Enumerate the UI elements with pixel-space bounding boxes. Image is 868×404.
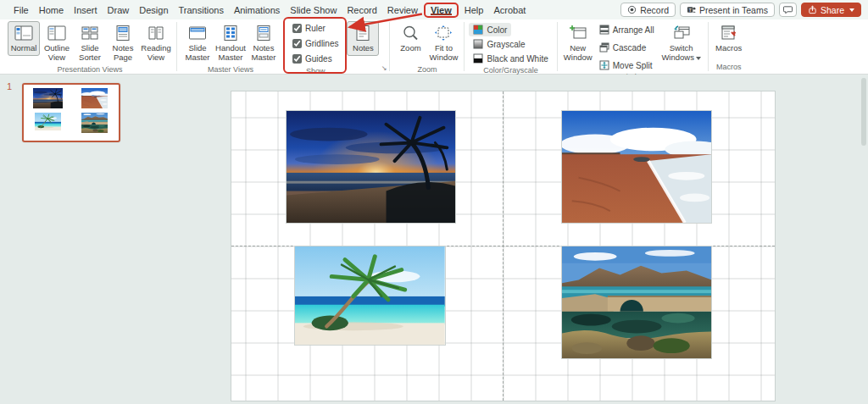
slide-master-button[interactable]: Slide Master	[181, 21, 214, 64]
ribbon-separator	[389, 22, 390, 71]
slide-master-icon	[188, 25, 207, 42]
menu-tab-insert[interactable]: Insert	[70, 3, 102, 17]
ribbon-group-color-grayscale: Color Grayscale Black and White Color/Gr…	[466, 19, 554, 74]
menu-tab-review[interactable]: Review	[383, 3, 422, 17]
guides-checkbox[interactable]	[292, 54, 302, 64]
normal-view-icon	[14, 25, 33, 42]
guides-checkbox-row[interactable]: Guides	[292, 54, 332, 64]
slide-1[interactable]	[231, 91, 776, 401]
arrange-all-label: Arrange All	[613, 25, 654, 35]
menu-tab-transitions[interactable]: Transitions	[175, 3, 228, 17]
switch-windows-button[interactable]: Switch Windows	[659, 21, 704, 64]
ribbon-group-presentation-views: Normal Outline View Slide Sorter Notes P…	[5, 19, 175, 74]
gridlines-checkbox-row[interactable]: Gridlines	[292, 39, 338, 48]
ribbon-group-zoom: Zoom Fit to Window Zoom	[392, 19, 462, 74]
thumb-photo-red-sand-beach	[81, 88, 108, 108]
share-button[interactable]: Share	[801, 3, 861, 17]
reading-view-button[interactable]: Reading View	[140, 21, 172, 64]
notes-label: Notes	[353, 44, 374, 53]
zoom-icon	[401, 25, 420, 42]
fit-to-window-button[interactable]: Fit to Window	[427, 21, 459, 64]
notes-page-button[interactable]: Notes Page	[107, 21, 139, 64]
notes-button[interactable]: Notes	[347, 21, 379, 56]
gridlines-checkbox-label: Gridlines	[305, 39, 338, 48]
macros-label: Macros	[715, 44, 742, 53]
slide-sorter-button[interactable]: Slide Sorter	[74, 21, 106, 64]
normal-view-button[interactable]: Normal	[8, 21, 40, 56]
color-label: Color	[487, 25, 507, 35]
thumb-photo-sunset-beach	[33, 88, 63, 108]
black-and-white-button[interactable]: Black and White	[469, 52, 552, 65]
ribbon-group-master-views: Slide Master Handout Master Notes Master…	[179, 19, 282, 74]
slide-1-thumbnail[interactable]	[22, 83, 120, 142]
thumbnail-content	[24, 85, 119, 141]
new-window-button[interactable]: New Window	[562, 21, 594, 64]
cascade-button[interactable]: Cascade	[595, 41, 650, 54]
record-button[interactable]: Record	[620, 3, 676, 17]
notes-icon	[353, 25, 372, 42]
menu-tab-acrobat[interactable]: Acrobat	[489, 3, 530, 17]
menu-tab-draw[interactable]: Draw	[103, 3, 134, 17]
switch-windows-label: Switch Windows	[661, 43, 694, 62]
menu-tab-slide-show[interactable]: Slide Show	[286, 3, 341, 17]
present-in-teams-label: Present in Teams	[699, 5, 768, 15]
ribbon-group-notes: Notes ↘	[344, 19, 387, 74]
outline-view-icon	[47, 25, 66, 42]
ruler-checkbox-label: Ruler	[305, 24, 326, 33]
menu-tab-home[interactable]: Home	[35, 3, 68, 17]
reading-view-label: Reading View	[141, 44, 170, 62]
menu-tab-help[interactable]: Help	[460, 3, 488, 17]
handout-master-button[interactable]: Handout Master	[214, 21, 247, 64]
reading-view-icon	[147, 25, 165, 42]
menu-bar: File Home Insert Draw Design Transitions…	[0, 0, 868, 19]
macros-icon	[720, 25, 738, 42]
comments-button[interactable]	[779, 3, 797, 17]
menu-tab-animations[interactable]: Animations	[230, 3, 284, 17]
macros-button[interactable]: Macros	[713, 21, 745, 56]
show-dialog-launcher-icon[interactable]: ↘	[381, 65, 387, 72]
present-in-teams-button[interactable]: T Present in Teams	[680, 3, 775, 17]
menu-tab-view[interactable]: View	[424, 3, 459, 18]
arrange-all-icon	[599, 25, 609, 35]
move-split-button[interactable]: Move Split	[595, 58, 657, 72]
color-icon	[473, 25, 483, 35]
photo-stone-bridge-cove[interactable]	[561, 246, 712, 359]
share-icon	[808, 5, 817, 14]
zoom-button[interactable]: Zoom	[394, 21, 426, 56]
cascade-icon	[599, 42, 609, 53]
ruler-checkbox-row[interactable]: Ruler	[292, 24, 326, 33]
scrollbar-thumb[interactable]	[861, 78, 866, 146]
photo-palm-lagoon[interactable]	[294, 246, 446, 346]
ribbon-view-tab: Normal Outline View Slide Sorter Notes P…	[0, 19, 868, 75]
slide-editing-canvas	[127, 75, 868, 404]
teams-icon: T	[687, 5, 696, 14]
share-label: Share	[821, 5, 844, 15]
record-icon	[627, 5, 637, 14]
color-button[interactable]: Color	[469, 23, 511, 36]
ribbon-separator	[464, 22, 465, 71]
slide-sorter-icon	[81, 25, 99, 42]
arrange-all-button[interactable]: Arrange All	[595, 23, 659, 36]
notes-page-label: Notes Page	[108, 44, 137, 62]
menu-tabs: File Home Insert Draw Design Transitions…	[0, 3, 531, 18]
menu-tab-design[interactable]: Design	[135, 3, 172, 17]
handout-master-icon	[221, 25, 240, 42]
new-window-label: New Window	[564, 44, 593, 62]
slide-content	[231, 91, 775, 401]
quick-actions: Record T Present in Teams Share	[620, 3, 868, 17]
move-split-icon	[599, 60, 609, 70]
photo-sunset-beach[interactable]	[286, 110, 456, 224]
notes-master-button[interactable]: Notes Master	[248, 21, 280, 64]
share-caret-icon	[849, 8, 854, 12]
menu-tab-file[interactable]: File	[9, 3, 33, 17]
ribbon-separator	[284, 22, 285, 71]
menu-tab-record[interactable]: Record	[342, 3, 381, 17]
ruler-checkbox[interactable]	[292, 24, 302, 33]
thumb-photo-palm-lagoon	[35, 113, 61, 130]
photo-red-sand-beach[interactable]	[561, 110, 712, 224]
outline-view-button[interactable]: Outline View	[41, 21, 73, 64]
ribbon-group-macros: Macros Macros	[710, 19, 748, 74]
grayscale-button[interactable]: Grayscale	[469, 37, 529, 51]
vertical-scrollbar[interactable]	[861, 78, 866, 401]
gridlines-checkbox[interactable]	[292, 39, 302, 48]
